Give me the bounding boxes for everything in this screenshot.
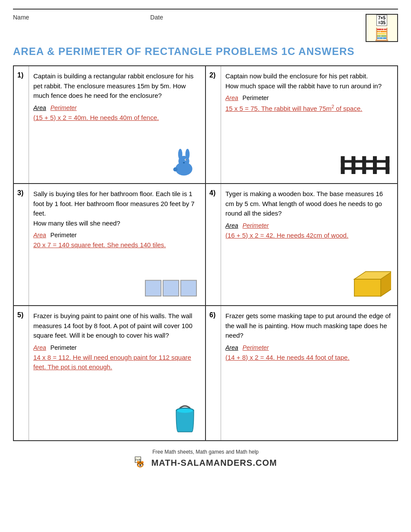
- image-area-3: [33, 274, 199, 300]
- table-row: 5) Frazer is buying paint to paint one o…: [13, 306, 398, 441]
- svg-rect-10: [341, 156, 345, 174]
- image-area-2: [225, 148, 391, 178]
- problem-text-3: Sally is buying tiles for her bathroom f…: [33, 189, 199, 228]
- table-row: 1) Captain is building a rectangular rab…: [13, 66, 398, 184]
- problem-cell-2: Captain now build the enclosure for his …: [221, 66, 397, 183]
- problem-num-4: 4): [206, 184, 221, 305]
- box-icon: [348, 270, 391, 300]
- rabbit-icon: [169, 148, 199, 178]
- area-perimeter-4: Area Perimeter: [225, 222, 391, 229]
- problem-text-5: Frazer is buying paint to paint one of h…: [33, 311, 199, 341]
- svg-point-6: [183, 162, 185, 164]
- logo-box: 7×5=35 🧮: [366, 14, 398, 42]
- name-date-row: Name Date: [13, 14, 163, 21]
- svg-rect-14: [385, 156, 389, 174]
- answer-2: 15 x 5 = 75. The rabbit will have 75m2 o…: [225, 103, 391, 148]
- page-title: AREA & PERIMETER OF RECTANGLE PROBLEMS 1…: [13, 45, 398, 58]
- svg-point-5: [186, 159, 186, 160]
- image-area-4: [225, 265, 391, 300]
- problem-cell-1: Captain is building a rectangular rabbit…: [29, 66, 205, 183]
- svg-rect-18: [354, 279, 381, 296]
- area-perimeter-2: Area Perimeter: [225, 94, 391, 101]
- problems-table: 1) Captain is building a rectangular rab…: [13, 65, 398, 441]
- problem-text-1: Captain is building a rectangular rabbit…: [33, 71, 199, 101]
- problem-text-4: Tyger is making a wooden box. The base m…: [225, 189, 391, 219]
- bucket-icon: [171, 403, 199, 435]
- table-row: 3) Sally is buying tiles for her bathroo…: [13, 184, 398, 306]
- date-label: Date: [150, 14, 163, 21]
- problem-cell-4: Tyger is making a wooden box. The base m…: [221, 184, 397, 305]
- page-header: Name Date 7×5=35 🧮: [13, 14, 398, 42]
- perimeter-label-2: Perimeter: [243, 94, 269, 101]
- svg-text:🐯: 🐯: [136, 461, 144, 468]
- area-label-5: Area: [33, 344, 46, 351]
- problem-cell-3: Sally is buying tiles for her bathroom f…: [29, 184, 205, 305]
- svg-rect-11: [352, 156, 356, 174]
- perimeter-label-6: Perimeter: [243, 344, 269, 351]
- footer-logo: 7×5 🐯: [134, 456, 149, 469]
- svg-point-2: [178, 149, 183, 160]
- problem-text-6: Frazer gets some masking tape to put aro…: [225, 311, 391, 341]
- footer: Free Math sheets, Math games and Math he…: [13, 449, 398, 469]
- svg-point-7: [173, 168, 178, 172]
- area-label-4: Area: [225, 222, 238, 229]
- image-area-5: [33, 398, 199, 435]
- svg-point-3: [186, 149, 190, 160]
- name-label: Name: [13, 14, 29, 21]
- svg-rect-17: [181, 281, 196, 296]
- tiles-icon: [143, 278, 199, 300]
- answer-5: 14 x 8 = 112. He will need enough paint …: [33, 353, 199, 399]
- perimeter-label-1: Perimeter: [51, 104, 77, 111]
- answer-6: (14 + 8) x 2 = 44. He needs 44 foot of t…: [225, 353, 391, 435]
- problem-num-2: 2): [206, 66, 221, 183]
- answer-4: (16 + 5) x 2 = 42. He needs 42cm of wood…: [225, 231, 391, 266]
- area-label-1: Area: [33, 104, 46, 111]
- perimeter-label-3: Perimeter: [51, 232, 77, 239]
- answer-3: 20 x 7 = 140 square feet. She needs 140 …: [33, 240, 199, 274]
- area-perimeter-5: Area Perimeter: [33, 344, 199, 351]
- area-label-3: Area: [33, 232, 46, 239]
- problem-cell-6: Frazer gets some masking tape to put aro…: [221, 306, 397, 440]
- svg-rect-13: [373, 156, 377, 174]
- fence-icon: [339, 152, 391, 178]
- brand-text: MATH-SALAMANDERS.COM: [151, 458, 277, 468]
- problem-num-5: 5): [14, 306, 29, 440]
- problem-num-1: 1): [14, 66, 29, 183]
- area-perimeter-3: Area Perimeter: [33, 232, 199, 239]
- perimeter-label-4: Perimeter: [243, 222, 269, 229]
- problem-text-2: Captain now build the enclosure for his …: [225, 71, 391, 91]
- problem-num-3: 3): [14, 184, 29, 305]
- area-perimeter-6: Area Perimeter: [225, 344, 391, 351]
- answer-1: (15 + 5) x 2 = 40m. He needs 40m of fenc…: [33, 113, 199, 144]
- svg-rect-15: [145, 281, 161, 296]
- perimeter-label-5: Perimeter: [51, 344, 77, 351]
- footer-brand: 7×5 🐯 MATH-SALAMANDERS.COM: [13, 456, 398, 469]
- area-label-6: Area: [225, 344, 238, 351]
- svg-rect-12: [362, 156, 366, 174]
- svg-point-22: [177, 409, 193, 413]
- area-perimeter-1: Area Perimeter: [33, 104, 199, 111]
- image-area-1: [33, 143, 199, 178]
- area-label-2: Area: [225, 94, 238, 101]
- svg-rect-16: [163, 281, 179, 296]
- problem-cell-5: Frazer is buying paint to paint one of h…: [29, 306, 205, 440]
- footer-tagline: Free Math sheets, Math games and Math he…: [13, 449, 398, 455]
- problem-num-6: 6): [206, 306, 221, 440]
